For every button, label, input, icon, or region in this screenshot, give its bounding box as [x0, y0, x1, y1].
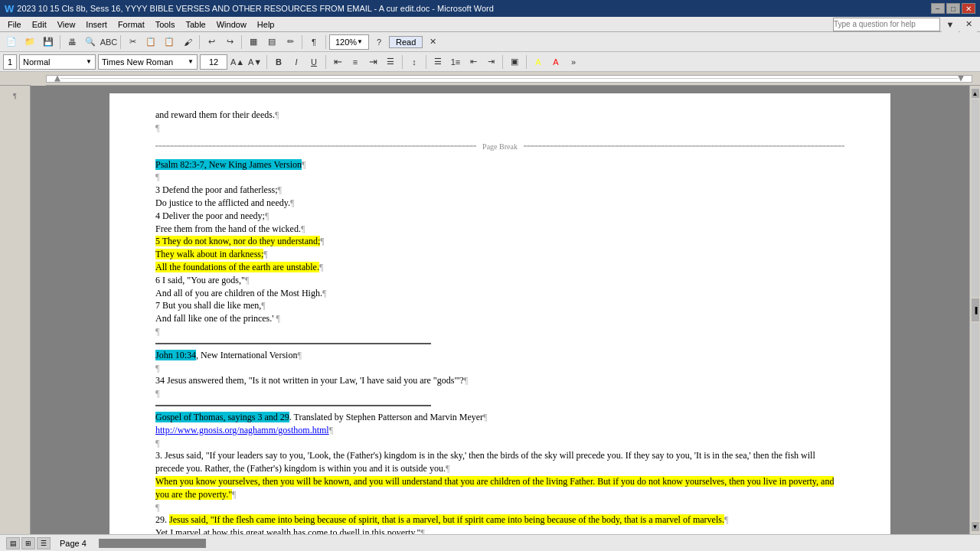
- toolbar-close-button[interactable]: ✕: [424, 34, 441, 50]
- font-box[interactable]: Times New Roman ▼: [98, 54, 198, 70]
- open-button[interactable]: 📁: [21, 34, 38, 50]
- gospel-link-line: http://www.gnosis.org/naghamm/gosthom.ht…: [155, 424, 844, 437]
- gospel-saying-29: 29. Jesus said, "If the flesh came into …: [155, 514, 844, 527]
- toolbar-sep-1: [60, 35, 60, 49]
- scroll-up-button[interactable]: ▲: [972, 89, 979, 98]
- psalm-text-5: 5 They do not know, nor do they understa…: [155, 236, 320, 246]
- outline-level-box[interactable]: 1: [3, 54, 17, 70]
- section-divider-1: [155, 343, 431, 344]
- underline-button[interactable]: U: [306, 54, 322, 70]
- menu-format[interactable]: Format: [113, 18, 149, 31]
- line-spacing-button[interactable]: ↕: [407, 54, 422, 70]
- restore-button[interactable]: □: [946, 3, 960, 14]
- psalm-empty-2: ¶: [155, 325, 844, 338]
- menu-insert[interactable]: Insert: [81, 18, 112, 31]
- john-empty-1: ¶: [155, 362, 844, 375]
- shrink-font-button[interactable]: A▼: [247, 54, 263, 70]
- show-hide-button[interactable]: ¶: [305, 34, 322, 50]
- gospel-section: Gospel of Thomas, sayings 3 and 29. Tran…: [155, 411, 844, 534]
- title-bar-left: W 2023 10 15 Cls 8b, Sess 16, YYYY BIBLE…: [5, 3, 494, 15]
- menu-view[interactable]: View: [53, 18, 80, 31]
- psalm-text-6: They walk about in darkness;: [155, 249, 263, 259]
- scroll-down-button[interactable]: ▼: [972, 522, 979, 531]
- pre-content-line: and reward them for their deeds.¶: [155, 109, 844, 122]
- help-arrow[interactable]: ▼: [942, 17, 959, 32]
- numbering-button[interactable]: 1≡: [448, 54, 463, 70]
- psalm-line-2: Do justice to the afflicted and needy.¶: [155, 197, 844, 210]
- john-line-1: 34 Jesus answered them, "Is it not writt…: [155, 374, 844, 387]
- font-size-box[interactable]: 12: [200, 54, 227, 70]
- paste-button[interactable]: 📋: [161, 34, 178, 50]
- doc-scroll[interactable]: and reward them for their deeds.¶ ¶ Page…: [31, 86, 969, 534]
- menu-window[interactable]: Window: [212, 18, 251, 31]
- gutter-icon: ¶: [13, 92, 17, 99]
- gospel-empty-1: ¶: [155, 437, 844, 450]
- right-gutter: ▲ ▐ ▼: [969, 86, 980, 534]
- menu-edit[interactable]: Edit: [28, 18, 51, 31]
- style-value: Normal: [23, 57, 50, 67]
- psalm-line-1: 3 Defend the poor and fatherless;¶: [155, 184, 844, 197]
- save-button[interactable]: 💾: [40, 34, 57, 50]
- minimize-button[interactable]: −: [931, 3, 945, 14]
- font-size-value: 12: [209, 57, 218, 67]
- format-paint-button[interactable]: 🖌: [179, 34, 196, 50]
- gospel-link[interactable]: http://www.gnosis.org/naghamm/gosthom.ht…: [155, 425, 329, 435]
- status-bar-icons: ▤ ⊞ ☰: [6, 537, 51, 549]
- menu-help[interactable]: Help: [253, 18, 279, 31]
- toolbar-sep-3: [199, 35, 200, 49]
- borders-button[interactable]: ▣: [507, 54, 522, 70]
- undo-button[interactable]: ↩: [203, 34, 220, 50]
- close-button[interactable]: ✕: [962, 3, 975, 14]
- preview-button[interactable]: 🔍: [82, 34, 99, 50]
- menu-file[interactable]: File: [3, 18, 26, 31]
- highlight-button[interactable]: A: [531, 54, 546, 70]
- bold-button[interactable]: B: [271, 54, 286, 70]
- outline-view-button[interactable]: ☰: [37, 537, 51, 549]
- scroll-thumb[interactable]: ▐: [972, 298, 979, 321]
- cut-button[interactable]: ✂: [124, 34, 141, 50]
- copy-button[interactable]: 📋: [142, 34, 159, 50]
- style-chevron: ▼: [86, 58, 92, 65]
- help-input[interactable]: [833, 18, 940, 31]
- align-center-button[interactable]: ≡: [348, 54, 363, 70]
- insert-table-button[interactable]: ▦: [245, 34, 262, 50]
- style-box[interactable]: Normal ▼: [19, 54, 96, 70]
- align-left-button[interactable]: ⇤: [330, 54, 345, 70]
- format-bar: 1 Normal ▼ Times New Roman ▼ 12 A▲ A▼ B …: [0, 52, 980, 72]
- italic-button[interactable]: I: [289, 54, 304, 70]
- gospel-saying-3b-text: When you know yourselves, then you will …: [155, 476, 834, 500]
- align-justify-button[interactable]: ☰: [383, 54, 398, 70]
- page-break-label: Page Break: [482, 141, 518, 152]
- read-button[interactable]: Read: [389, 36, 423, 48]
- toolbar-sep-4: [241, 35, 242, 49]
- align-right-button[interactable]: ⇥: [365, 54, 381, 70]
- spell-button[interactable]: ABC: [100, 34, 117, 50]
- gospel-saying-29b: Yet I marvel at how this great wealth ha…: [155, 527, 844, 534]
- more-buttons[interactable]: »: [566, 54, 581, 70]
- normal-view-button[interactable]: ▤: [6, 537, 20, 549]
- menu-tools[interactable]: Tools: [151, 18, 180, 31]
- title-bar-text: 2023 10 15 Cls 8b, Sess 16, YYYY BIBLE V…: [17, 4, 494, 13]
- help-close[interactable]: ✕: [960, 17, 977, 32]
- font-color-button[interactable]: A: [548, 54, 564, 70]
- fmt-sep-1: [266, 55, 267, 69]
- menu-table[interactable]: Table: [181, 18, 210, 31]
- psalm-line-6: They walk about in darkness;¶: [155, 248, 844, 261]
- new-button[interactable]: 📄: [3, 34, 20, 50]
- decrease-indent-button[interactable]: ⇤: [466, 54, 481, 70]
- ruler: [0, 72, 980, 86]
- print-button[interactable]: 🖶: [64, 34, 80, 50]
- pre-content-text: and reward them for their deeds.: [155, 109, 275, 120]
- zoom-help-button[interactable]: ?: [371, 34, 387, 50]
- zoom-box[interactable]: 120% ▼: [329, 34, 369, 50]
- redo-button[interactable]: ↪: [221, 34, 238, 50]
- drawing-button[interactable]: ✏: [282, 34, 299, 50]
- bullets-button[interactable]: ☰: [430, 54, 446, 70]
- scroll-track-2: [972, 323, 979, 520]
- web-view-button[interactable]: ⊞: [21, 537, 35, 549]
- psalm-text-8: 6 I said, "You are gods,": [155, 275, 245, 285]
- gospel-heading-extra: . Translated by Stephen Patterson and Ma…: [289, 412, 483, 422]
- increase-indent-button[interactable]: ⇥: [483, 54, 498, 70]
- columns-button[interactable]: ▤: [263, 34, 280, 50]
- grow-font-button[interactable]: A▲: [230, 54, 245, 70]
